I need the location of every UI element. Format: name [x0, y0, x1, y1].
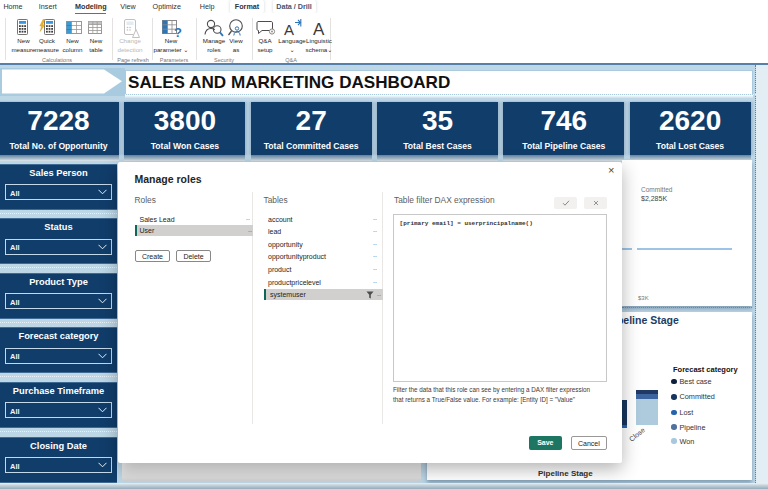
svg-text:?: ?	[174, 25, 182, 39]
svg-text:A: A	[284, 21, 294, 38]
